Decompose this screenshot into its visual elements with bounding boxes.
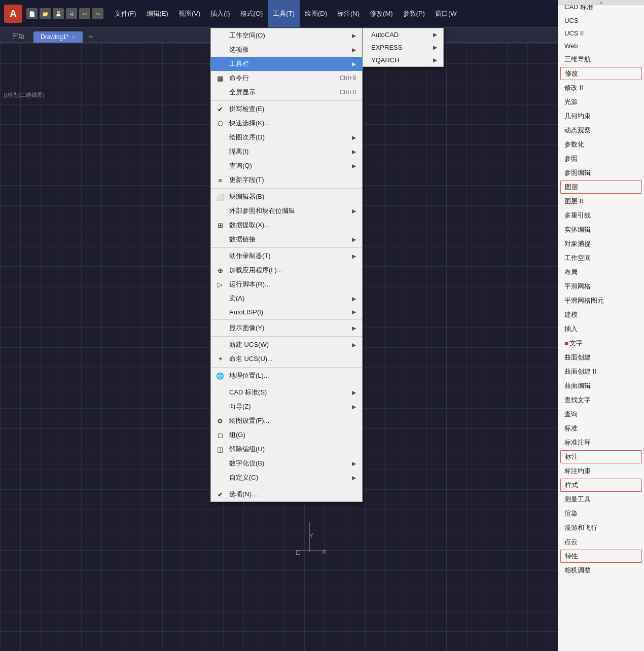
right-measure[interactable]: 测量工具	[558, 492, 644, 507]
menu-geo-location[interactable]: 🌐 地理位置(L)...	[211, 369, 362, 383]
right-web[interactable]: Web	[558, 40, 644, 52]
right-spline-edit[interactable]: 曲面编辑	[558, 379, 644, 393]
scrollbar-top[interactable]	[558, 0, 644, 5]
menu-xref-edit[interactable]: 外部参照和块在位编辑 ▶	[211, 204, 362, 218]
menu-load-app[interactable]: ⊕ 加载应用程序(L)...	[211, 263, 362, 277]
right-properties-tb[interactable]: 特性	[560, 550, 642, 563]
right-workspace-tb[interactable]: 工作空间	[558, 251, 644, 265]
save-icon[interactable]: 💾	[53, 8, 64, 19]
menu-ungroup[interactable]: ◫ 解除编组(U)	[211, 442, 362, 456]
menu-run-script[interactable]: ▷ 运行脚本(R)...	[211, 277, 362, 292]
menu-command-line[interactable]: ▦ 命令行 Ctrl+9	[211, 71, 362, 85]
right-layout[interactable]: 布局	[558, 265, 644, 279]
right-standard-tb[interactable]: 标准	[558, 421, 644, 436]
right-parametric[interactable]: 参数化	[558, 137, 644, 152]
right-style-tb[interactable]: 样式	[560, 479, 642, 492]
right-geo-constraint[interactable]: 几何约束	[558, 109, 644, 123]
menu-digitizer[interactable]: 数字化仪(B) ▶	[211, 456, 362, 471]
menu-tools[interactable]: 工具(T)	[268, 0, 300, 27]
menu-spell[interactable]: ✔ 拼写检查(E)	[211, 102, 362, 116]
menu-group[interactable]: ◻ 组(G)	[211, 428, 362, 442]
right-mesh-prim[interactable]: 平滑网格图元	[558, 294, 644, 308]
undo-icon[interactable]: ↩	[79, 8, 90, 19]
menu-update-fields[interactable]: ≡ 更新字段(T)	[211, 173, 362, 187]
right-modify[interactable]: 修改	[560, 67, 642, 80]
new-icon[interactable]: 📄	[26, 8, 38, 19]
menu-block-editor[interactable]: ⬜ 块编辑器(B)	[211, 190, 362, 204]
right-solid-edit[interactable]: 实体编辑	[558, 223, 644, 237]
redo-icon[interactable]: ↪	[92, 8, 103, 19]
right-3d-nav[interactable]: 三维导航	[558, 52, 644, 66]
menu-draw[interactable]: 绘图(D)	[300, 0, 332, 27]
right-text-tb[interactable]: ■文字	[558, 336, 644, 350]
tab-close-button[interactable]: ✕	[71, 34, 76, 40]
right-osnap[interactable]: 对象捕捉	[558, 237, 644, 251]
menu-customize[interactable]: 自定义(C) ▶	[211, 471, 362, 485]
tab-drawing1[interactable]: Drawing1* ✕	[33, 31, 83, 43]
submenu-autocad[interactable]: AutoCAD ▶	[363, 28, 443, 41]
menu-data-extract[interactable]: ⊞ 数据提取(X)...	[211, 218, 362, 232]
menu-wizard[interactable]: 向导(Z) ▶	[211, 400, 362, 414]
right-light[interactable]: 光源	[558, 95, 644, 109]
right-spline-create[interactable]: 曲面创建	[558, 350, 644, 365]
menu-insert[interactable]: 插入(I)	[205, 0, 235, 27]
menu-workspace[interactable]: 工作空间(O) ▶	[211, 28, 362, 43]
right-dim-tb[interactable]: 标注	[560, 450, 642, 463]
menu-fullscreen[interactable]: 全屏显示 Ctrl+0	[211, 85, 362, 99]
right-dynamic-obs[interactable]: 动态观察	[558, 123, 644, 137]
menu-autolisp[interactable]: AutoLISP(I) ▶	[211, 306, 362, 318]
menu-cad-standards[interactable]: CAD 标准(S) ▶	[211, 385, 362, 400]
menu-file[interactable]: 文件(F)	[110, 0, 141, 27]
right-dim-constraint[interactable]: 标注约束	[558, 464, 644, 478]
menu-query[interactable]: 查询(Q) ▶	[211, 159, 362, 173]
menu-format[interactable]: 格式(O)	[235, 0, 268, 27]
right-layer2[interactable]: 图层 II	[558, 194, 644, 208]
right-ref-edit[interactable]: 参照编辑	[558, 166, 644, 180]
menu-params[interactable]: 参数(P)	[398, 0, 430, 27]
right-std-annotation[interactable]: 标准注释	[558, 436, 644, 450]
right-render-tb[interactable]: 渲染	[558, 507, 644, 521]
print-icon[interactable]: 🖨	[66, 8, 77, 19]
right-camera-adj[interactable]: 相机调整	[558, 563, 644, 577]
right-modeling[interactable]: 建模	[558, 308, 644, 322]
menu-dim[interactable]: 标注(N)	[332, 0, 365, 27]
right-spline-create2[interactable]: 曲面创建 II	[558, 365, 644, 379]
menu-isolate[interactable]: 隔离(I) ▶	[211, 144, 362, 159]
right-ucs[interactable]: UCS	[558, 14, 644, 27]
right-query-tb[interactable]: 查询	[558, 407, 644, 421]
spell-icon: ✔	[215, 104, 225, 114]
menu-options[interactable]: ✔ 选项(N)...	[211, 487, 362, 501]
menu-data-link[interactable]: 数据链接 ▶	[211, 232, 362, 246]
submenu-yqarch[interactable]: YQARCH ▶	[363, 54, 443, 66]
menu-drawing-settings[interactable]: ⚙ 绘图设置(F)...	[211, 414, 362, 428]
digitizer-label: 数字化仪(B)	[229, 459, 264, 468]
right-mesh[interactable]: 平滑网格	[558, 279, 644, 294]
menu-window[interactable]: 窗口(W	[430, 0, 462, 27]
menu-view[interactable]: 视图(V)	[173, 0, 205, 27]
sep5	[211, 336, 362, 337]
menu-macro[interactable]: 宏(A) ▶	[211, 292, 362, 306]
menu-new-ucs[interactable]: 新建 UCS(W) ▶	[211, 338, 362, 352]
right-fly-through[interactable]: 漫游和飞行	[558, 521, 644, 535]
right-modify2[interactable]: 修改 II	[558, 81, 644, 95]
menu-action-recorder[interactable]: 动作录制器(T) ▶	[211, 249, 362, 263]
right-mleader[interactable]: 多重引线	[558, 208, 644, 223]
submenu-express[interactable]: EXPRESS ▶	[363, 41, 443, 54]
menu-options-panel[interactable]: 选项板 ▶	[211, 43, 362, 57]
right-reference[interactable]: 参照	[558, 152, 644, 166]
right-insert-tb[interactable]: 插入	[558, 322, 644, 336]
menu-display-image[interactable]: 显示图像(Y) ▶	[211, 321, 362, 335]
open-icon[interactable]: 📁	[40, 8, 51, 19]
menu-quick-select[interactable]: ⬡ 快速选择(K)...	[211, 116, 362, 130]
tab-add-button[interactable]: +	[85, 30, 97, 43]
menu-modify[interactable]: 修改(M)	[365, 0, 398, 27]
menu-draw-order[interactable]: 绘图次序(D) ▶	[211, 130, 362, 144]
right-ucs2[interactable]: UCS II	[558, 27, 644, 40]
right-find-text[interactable]: 查找文字	[558, 393, 644, 407]
menu-edit[interactable]: 编辑(E)	[141, 0, 173, 27]
right-layer[interactable]: 图层	[560, 180, 642, 194]
menu-toolbar[interactable]: 工具栏 ▶	[211, 57, 362, 71]
menu-named-ucs[interactable]: ⌖ 命名 UCS(U)...	[211, 352, 362, 366]
tab-start[interactable]: 开始	[5, 30, 31, 43]
right-point-cloud[interactable]: 点云	[558, 535, 644, 549]
